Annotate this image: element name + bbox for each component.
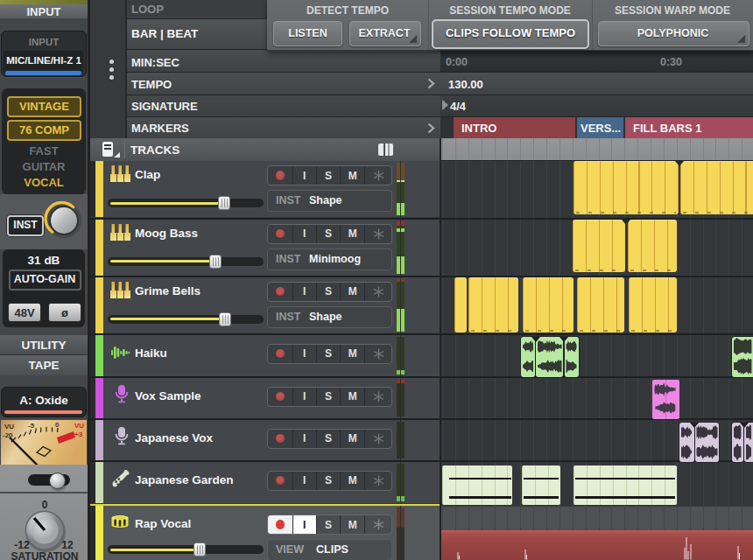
svg-text:0: 0 <box>55 421 60 429</box>
svg-text:-5: -5 <box>28 422 35 430</box>
svg-text:-20: -20 <box>3 431 13 439</box>
svg-text:+3: +3 <box>74 430 83 438</box>
svg-text:VU: VU <box>74 422 84 430</box>
svg-text:VU: VU <box>4 423 14 430</box>
